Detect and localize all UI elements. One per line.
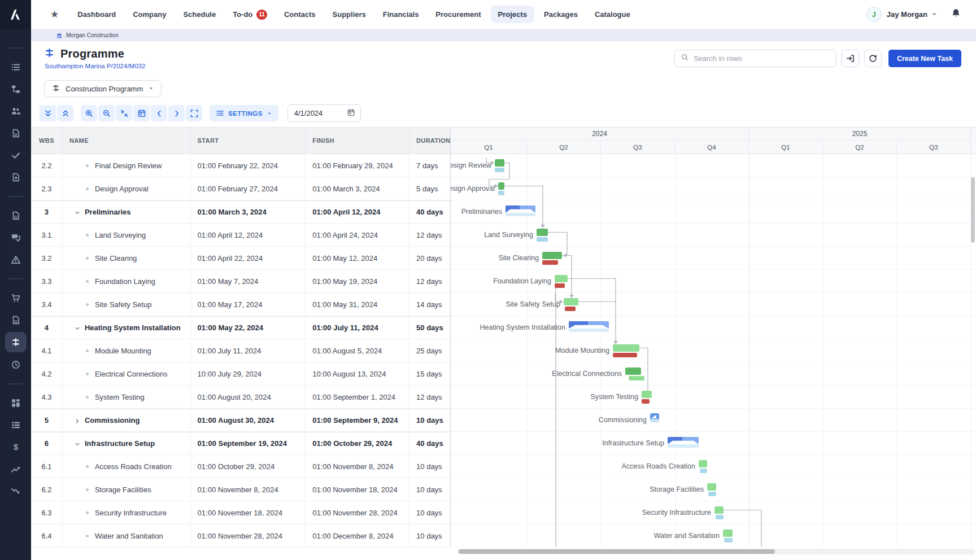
column-header-name[interactable]: NAME: [63, 128, 191, 154]
next-button[interactable]: [168, 105, 185, 121]
summary-bar[interactable]: [506, 205, 535, 213]
table-row[interactable]: 3.3Foundation Laying01:00 May 7, 202401:…: [31, 270, 450, 293]
summary-baseline-bar[interactable]: [569, 329, 609, 332]
sidebar-item-dollar-icon[interactable]: $: [5, 436, 27, 458]
project-subtitle-link[interactable]: Southampton Marina P/2024/M032: [45, 63, 145, 69]
column-header-wbs[interactable]: WBS: [31, 128, 63, 154]
view-selector-dropdown[interactable]: Construction Programm: [44, 80, 162, 97]
nav-item-to-do[interactable]: To-do11: [225, 5, 274, 24]
collapse-chevron-icon[interactable]: [74, 325, 81, 332]
sidebar-item-gantt-icon[interactable]: [5, 332, 27, 352]
horizontal-scrollbar-thumb[interactable]: [459, 549, 775, 554]
baseline-bar[interactable]: [613, 353, 637, 357]
table-row[interactable]: 6.2Storage Facilities01:00 November 8, 2…: [31, 478, 450, 501]
expand-all-button[interactable]: [57, 105, 73, 121]
baseline-bar[interactable]: [629, 376, 644, 380]
sidebar-item-cart-icon[interactable]: [5, 287, 27, 309]
column-header-start[interactable]: START: [191, 128, 306, 154]
baseline-bar[interactable]: [537, 237, 548, 242]
table-row[interactable]: 6Infrastructure Setup01:00 September 19,…: [31, 432, 450, 455]
sidebar-item-warning-icon[interactable]: [5, 248, 27, 270]
expand-chevron-icon[interactable]: [74, 418, 81, 425]
table-row[interactable]: 5Commissioning01:00 August 30, 202401:00…: [31, 409, 450, 432]
task-bar[interactable]: [498, 182, 504, 190]
chevron-down-icon[interactable]: [931, 10, 938, 20]
calendar-button[interactable]: [133, 105, 150, 121]
task-bar[interactable]: [537, 229, 548, 236]
sidebar-item-dashboard-grid-icon[interactable]: [5, 392, 27, 414]
task-bar[interactable]: [564, 298, 578, 305]
baseline-bar[interactable]: [495, 168, 504, 172]
table-row[interactable]: 4.3System Testing01:00 August 20, 202401…: [31, 386, 450, 409]
date-input[interactable]: 4/1/2024: [287, 104, 361, 122]
baseline-bar[interactable]: [708, 492, 716, 496]
table-row[interactable]: 3.4Site Safety Setup01:00 May 17, 202401…: [31, 293, 450, 316]
baseline-bar[interactable]: [498, 191, 504, 195]
baseline-bar[interactable]: [555, 283, 565, 288]
table-row[interactable]: 4.1Module Mounting01:00 July 11, 202401:…: [31, 339, 450, 362]
user-name[interactable]: Jay Morgan: [887, 10, 927, 19]
task-bar[interactable]: [707, 483, 716, 491]
nav-item-dashboard[interactable]: Dashboard: [70, 6, 123, 23]
sidebar-item-chat-icon[interactable]: [5, 226, 27, 248]
table-row[interactable]: 4Heating System Installation01:00 May 22…: [31, 316, 450, 339]
baseline-bar[interactable]: [642, 399, 650, 404]
task-bar[interactable]: [495, 159, 504, 167]
baseline-bar[interactable]: [565, 307, 576, 311]
column-header-duration[interactable]: DURATION: [409, 128, 450, 154]
sidebar-item-hierarchy-icon[interactable]: [5, 78, 27, 100]
table-row[interactable]: 2.2Final Design Review01:00 February 22,…: [31, 154, 450, 177]
table-row[interactable]: 4.2Electrical Connections10:00 July 29, …: [31, 362, 450, 386]
sidebar-item-trend-up-icon[interactable]: [5, 458, 27, 480]
favorite-star-icon[interactable]: ★: [50, 8, 59, 20]
sidebar-item-users-icon[interactable]: [5, 100, 27, 122]
nav-item-packages[interactable]: Packages: [537, 6, 585, 23]
nav-item-company[interactable]: Company: [125, 6, 173, 23]
export-button[interactable]: [842, 50, 859, 67]
table-row[interactable]: 6.3Security Infrastructure01:00 November…: [31, 501, 450, 524]
sidebar-item-data-table-icon[interactable]: [5, 414, 27, 436]
task-bar[interactable]: [542, 252, 562, 259]
nav-item-contacts[interactable]: Contacts: [277, 6, 323, 23]
collapse-all-button[interactable]: [40, 105, 56, 121]
baseline-bar[interactable]: [542, 260, 558, 265]
task-bar[interactable]: [699, 460, 707, 467]
bell-icon[interactable]: [951, 8, 961, 21]
fullscreen-button[interactable]: [186, 105, 202, 121]
collapsed-summary-bar[interactable]: [650, 413, 659, 422]
nav-item-financials[interactable]: Financials: [376, 6, 426, 23]
sidebar-item-list-icon[interactable]: [5, 56, 27, 78]
task-bar[interactable]: [642, 391, 652, 398]
task-bar[interactable]: [723, 530, 733, 537]
summary-bar[interactable]: [668, 437, 699, 444]
baseline-bar[interactable]: [700, 469, 707, 473]
summary-baseline-bar[interactable]: [506, 213, 535, 216]
sidebar-item-trend-down-icon[interactable]: [5, 480, 27, 502]
table-row[interactable]: 3Preliminaries01:00 March 3, 202401:00 A…: [31, 200, 450, 224]
zoom-out-button[interactable]: [98, 105, 115, 121]
create-new-task-button[interactable]: Create New Task: [888, 50, 961, 67]
breadcrumb[interactable]: Morgan Construction: [31, 29, 976, 41]
task-bar[interactable]: [613, 344, 639, 352]
sidebar-item-document-icon[interactable]: [5, 122, 27, 144]
settings-dropdown-button[interactable]: SETTINGS: [210, 105, 278, 121]
nav-item-suppliers[interactable]: Suppliers: [325, 6, 373, 23]
sidebar-item-document-icon[interactable]: [5, 204, 27, 226]
baseline-bar[interactable]: [716, 515, 724, 519]
summary-bar[interactable]: [569, 321, 609, 329]
task-bar[interactable]: [555, 275, 568, 282]
nav-item-schedule[interactable]: Schedule: [176, 6, 223, 23]
column-header-finish[interactable]: FINISH: [306, 128, 409, 154]
app-logo-icon[interactable]: [0, 0, 31, 29]
task-bar[interactable]: [714, 506, 724, 514]
zoom-in-button[interactable]: [81, 105, 97, 121]
nav-item-procurement[interactable]: Procurement: [428, 6, 488, 23]
prev-button[interactable]: [151, 105, 167, 121]
sidebar-item-file-upload-icon[interactable]: [5, 166, 27, 188]
table-row[interactable]: 2.3Design Approval01:00 February 27, 202…: [31, 177, 450, 200]
nav-item-projects[interactable]: Projects: [491, 6, 534, 23]
table-row[interactable]: 6.4Water and Sanitation01:00 November 28…: [31, 524, 450, 548]
zoom-to-fit-button[interactable]: [116, 105, 132, 121]
table-row[interactable]: 6.1Access Roads Creation01:00 October 29…: [31, 455, 450, 478]
summary-baseline-bar[interactable]: [668, 444, 699, 448]
